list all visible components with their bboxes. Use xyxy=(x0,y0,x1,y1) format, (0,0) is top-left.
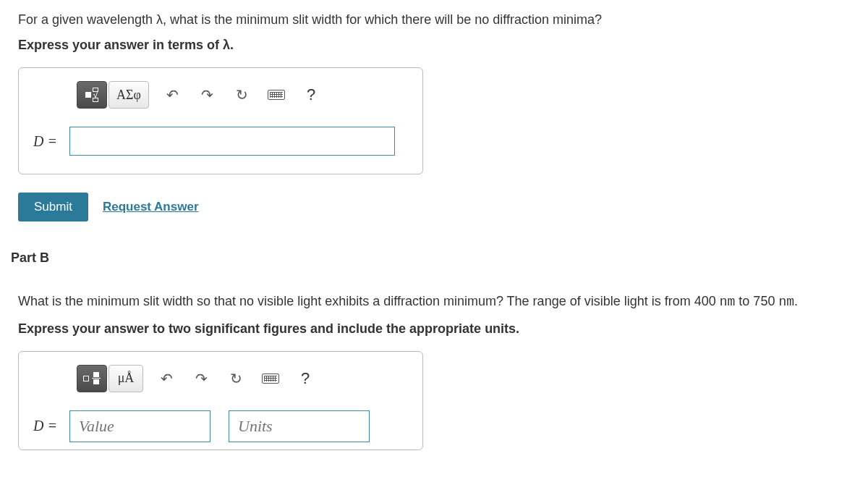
redo-icon: ↷ xyxy=(201,86,213,104)
keyboard-button-b[interactable] xyxy=(259,367,282,390)
reset-button[interactable]: ↻ xyxy=(230,83,253,106)
submit-button[interactable]: Submit xyxy=(18,193,88,221)
help-icon: ? xyxy=(301,369,310,388)
greek-button[interactable]: ΑΣφ xyxy=(109,81,149,109)
part-b-question: What is the minimum slit width so that n… xyxy=(18,291,850,313)
part-a-answer-box: √ ΑΣφ ↶ ↷ ↻ ? D = xyxy=(18,67,423,174)
units-button[interactable]: μÅ xyxy=(109,365,143,392)
reset-icon: ↻ xyxy=(236,86,248,104)
redo-icon: ↷ xyxy=(195,370,208,387)
part-b-answer-box: μÅ ↶ ↷ ↻ ? D = xyxy=(18,351,423,450)
request-answer-link[interactable]: Request Answer xyxy=(103,200,199,214)
part-b-variable-label: D = xyxy=(33,418,62,434)
keyboard-icon xyxy=(262,374,279,384)
fraction-button[interactable] xyxy=(77,365,107,392)
keyboard-button[interactable] xyxy=(265,83,288,106)
part-b-toolbar: μÅ ↶ ↷ ↻ ? xyxy=(77,365,408,392)
template-icon: √ xyxy=(85,88,98,102)
redo-button[interactable]: ↷ xyxy=(195,83,218,106)
part-a-toolbar: √ ΑΣφ ↶ ↷ ↻ ? xyxy=(77,81,408,109)
part-b-header: Part B xyxy=(11,250,850,266)
part-b-value-input[interactable] xyxy=(69,410,210,442)
reset-icon: ↻ xyxy=(230,370,242,387)
part-a-question: For a given wavelength λ, what is the mi… xyxy=(18,11,850,29)
help-button-b[interactable]: ? xyxy=(294,367,317,390)
redo-button-b[interactable]: ↷ xyxy=(190,367,213,390)
part-a-instruction: Express your answer in terms of λ. xyxy=(18,38,850,53)
fraction-icon xyxy=(83,372,101,384)
undo-button-b[interactable]: ↶ xyxy=(155,367,178,390)
template-button[interactable]: √ xyxy=(77,81,107,109)
reset-button-b[interactable]: ↻ xyxy=(224,367,247,390)
part-b-instruction: Express your answer to two significant f… xyxy=(18,321,850,337)
part-b-units-input[interactable] xyxy=(229,410,370,442)
undo-icon: ↶ xyxy=(161,370,173,387)
part-a-variable-label: D = xyxy=(33,133,62,150)
undo-button[interactable]: ↶ xyxy=(161,83,184,106)
keyboard-icon xyxy=(268,90,285,100)
help-icon: ? xyxy=(307,85,315,104)
help-button[interactable]: ? xyxy=(299,83,323,106)
part-a-answer-input[interactable] xyxy=(69,127,395,156)
undo-icon: ↶ xyxy=(166,86,179,104)
